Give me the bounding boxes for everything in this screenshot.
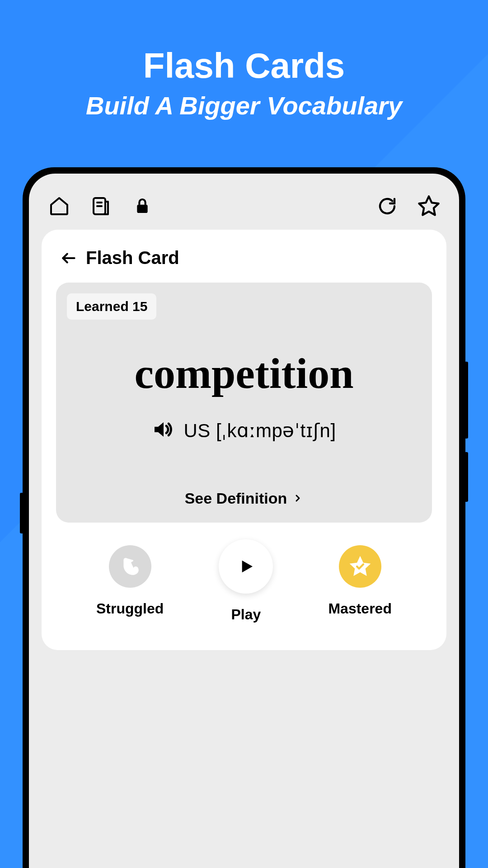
promo-header: Flash Cards Build A Bigger Vocabulary <box>0 0 488 120</box>
mastered-label: Mastered <box>328 600 392 617</box>
page-title: Flash Card <box>86 248 179 268</box>
refresh-icon[interactable] <box>375 194 399 218</box>
volume-button <box>20 493 23 533</box>
flash-card: Learned 15 competition US [ˌkɑːmpəˈtɪʃn]… <box>56 283 432 523</box>
see-definition-button[interactable]: See Definition <box>70 490 418 507</box>
side-button <box>465 452 468 502</box>
chevron-right-icon <box>292 490 303 507</box>
promo-subtitle: Build A Bigger Vocabulary <box>0 91 488 120</box>
svg-marker-7 <box>349 556 371 576</box>
muscle-icon <box>109 545 151 588</box>
word-text: competition <box>70 348 418 398</box>
mastered-button[interactable]: Mastered <box>328 545 392 617</box>
toolbar <box>29 174 459 230</box>
see-definition-label: See Definition <box>185 490 287 507</box>
card-container: Flash Card Learned 15 competition US [ˌk… <box>42 230 446 650</box>
home-icon[interactable] <box>47 194 71 218</box>
back-arrow-icon[interactable] <box>60 249 78 267</box>
pronunciation-row: US [ˌkɑːmpəˈtɪʃn] <box>70 419 418 442</box>
star-check-icon <box>339 545 381 588</box>
star-icon[interactable] <box>417 194 441 218</box>
svg-marker-4 <box>419 196 438 215</box>
play-button[interactable]: Play <box>219 545 273 623</box>
pronunciation-text: US [ˌkɑːmpəˈtɪʃn] <box>183 420 336 442</box>
page-header: Flash Card <box>42 248 446 283</box>
promo-title: Flash Cards <box>0 45 488 86</box>
play-label: Play <box>231 606 261 623</box>
svg-rect-3 <box>137 205 147 213</box>
lock-icon[interactable] <box>130 194 155 218</box>
phone-screen: Flash Card Learned 15 competition US [ˌk… <box>29 174 459 868</box>
notes-icon[interactable] <box>89 194 113 218</box>
struggled-button[interactable]: Struggled <box>96 545 164 617</box>
side-button <box>465 362 468 439</box>
learned-badge: Learned 15 <box>67 293 156 320</box>
actions-row: Struggled Play Mastered <box>42 545 446 623</box>
struggled-label: Struggled <box>96 600 164 617</box>
svg-marker-6 <box>242 561 253 573</box>
speaker-icon[interactable] <box>152 419 174 442</box>
play-icon <box>219 539 273 594</box>
phone-frame: Flash Card Learned 15 competition US [ˌk… <box>23 167 465 868</box>
